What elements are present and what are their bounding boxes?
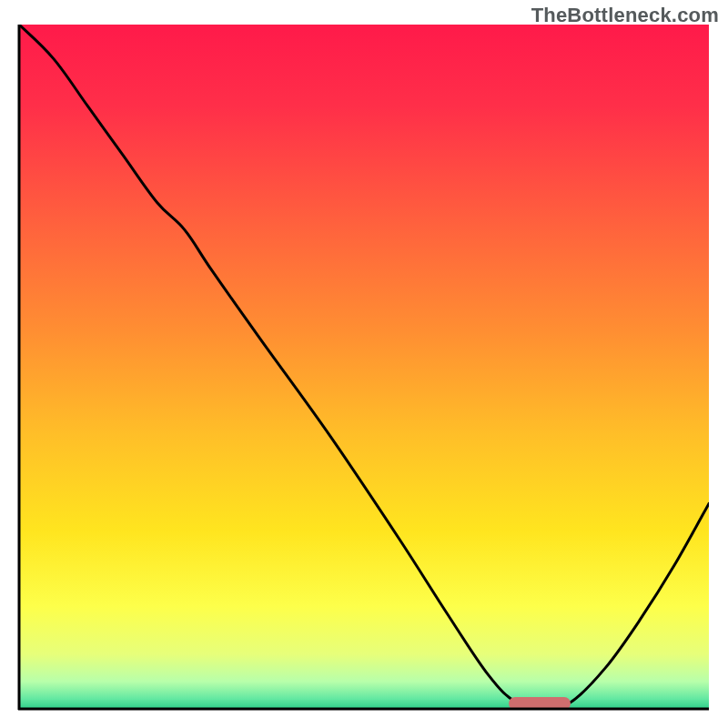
bottleneck-curve (19, 25, 709, 709)
chart-container: TheBottleneck.com (0, 0, 728, 728)
plot-area (19, 25, 709, 709)
optimal-range-indicator (509, 697, 571, 709)
watermark-text: TheBottleneck.com (531, 4, 719, 27)
